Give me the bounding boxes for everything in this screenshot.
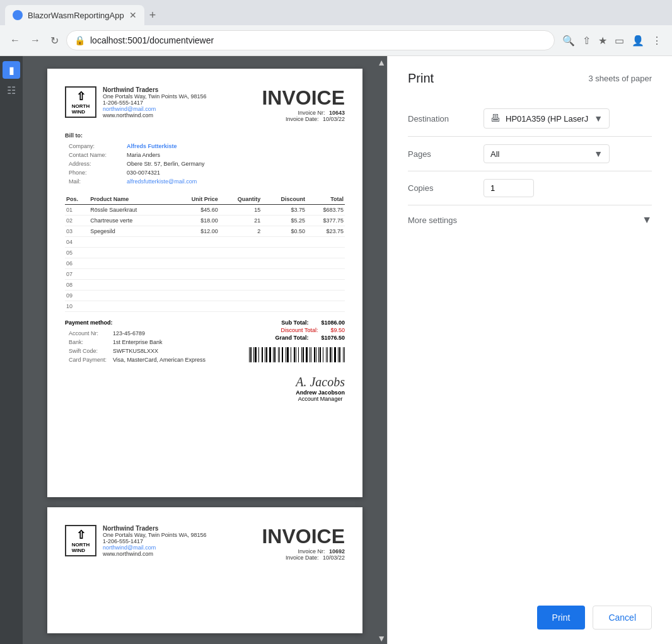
new-tab-button[interactable]: + bbox=[144, 6, 161, 25]
destination-select[interactable]: 🖶 HP01A359 (HP LaserJ ▼ bbox=[484, 108, 610, 129]
bill-to-label: Bill to: bbox=[65, 132, 345, 139]
tab-title: BlazorWasmReportingApp bbox=[28, 11, 124, 20]
invoice2-meta: Invoice Nr: 10692 Invoice Date: 10/03/22 bbox=[262, 548, 345, 561]
reload-button[interactable]: ↻ bbox=[48, 32, 61, 49]
tab-search-icon[interactable]: ▭ bbox=[612, 32, 627, 49]
share-icon[interactable]: ⇧ bbox=[580, 32, 593, 49]
company-info: Northwind Traders One Portals Way, Twin … bbox=[103, 86, 207, 118]
invoice-date-row: Invoice Date: 10/03/22 bbox=[262, 116, 345, 122]
company2-phone: 1-206-555-1417 bbox=[103, 538, 207, 544]
invoice-date-label: Invoice Date: bbox=[286, 116, 319, 122]
copies-input[interactable] bbox=[484, 179, 534, 197]
tab-favicon bbox=[13, 10, 23, 20]
logo2-arrow-icon: ⇧ bbox=[76, 528, 86, 542]
more-settings[interactable]: More settings ▼ bbox=[408, 205, 652, 234]
forward-button[interactable]: → bbox=[28, 32, 43, 49]
col-pos: Pos. bbox=[65, 194, 89, 205]
destination-control: 🖶 HP01A359 (HP LaserJ ▼ bbox=[484, 108, 652, 129]
company-email: northwind@mail.com bbox=[103, 106, 207, 112]
print-panel: Print 3 sheets of paper Destination 🖶 HP… bbox=[387, 56, 672, 644]
company-logo: ⇧ NORTHWIND bbox=[65, 86, 96, 118]
tab-bar: BlazorWasmReportingApp ✕ + bbox=[0, 0, 672, 25]
invoice2-nr-value: 10692 bbox=[329, 548, 345, 555]
sidebar-doc-icon[interactable]: ▮ bbox=[3, 61, 20, 79]
more-settings-label: More settings bbox=[408, 216, 457, 225]
back-button[interactable]: ← bbox=[8, 32, 23, 49]
destination-label: Destination bbox=[408, 114, 484, 124]
col-discount: Discount bbox=[262, 194, 306, 205]
sheets-info: 3 sheets of paper bbox=[589, 74, 652, 83]
sidebar-grid-icon[interactable]: ☷ bbox=[3, 81, 20, 99]
signer-name: Andrew Jacobson bbox=[296, 389, 345, 396]
pages-label: Pages bbox=[408, 149, 484, 159]
company-name: Northwind Traders bbox=[103, 86, 207, 93]
totals-box: Sub Total: $1086.00 Discount Total: $9.5… bbox=[249, 319, 345, 362]
destination-row: Destination 🖶 HP01A359 (HP LaserJ ▼ bbox=[408, 101, 652, 137]
logo-arrow-icon: ⇧ bbox=[76, 89, 86, 103]
search-icon[interactable]: 🔍 bbox=[560, 32, 577, 49]
table-row: 03Spegesild$12.002$0.50$23.75 bbox=[65, 226, 345, 237]
table-row: 01Rössle Sauerkraut$45.6015$3.75$683.75 bbox=[65, 205, 345, 216]
cancel-button[interactable]: Cancel bbox=[593, 606, 652, 630]
invoice2-nr-label: Invoice Nr: bbox=[298, 548, 325, 555]
col-product: Product Name bbox=[89, 194, 171, 205]
company-phone: 1-206-555-1417 bbox=[103, 100, 207, 106]
invoice-title: INVOICE bbox=[262, 86, 345, 110]
table-row: 10 bbox=[65, 301, 345, 312]
print-button[interactable]: Print bbox=[537, 606, 586, 630]
main-layout: ▮ ☷ ⇧ NORTHWIND Northwind Traders One Po… bbox=[0, 56, 672, 644]
invoice-items-table: Pos. Product Name Unit Price Quantity Di… bbox=[65, 194, 345, 312]
print-header: Print 3 sheets of paper bbox=[408, 71, 652, 86]
profile-icon[interactable]: 👤 bbox=[629, 32, 647, 49]
col-unit-price: Unit Price bbox=[171, 194, 219, 205]
address-bar: ← → ↻ 🔒 localhost:5001/documentviewer 🔍 … bbox=[0, 25, 672, 55]
print-title: Print bbox=[408, 71, 434, 86]
table-row: 08 bbox=[65, 280, 345, 290]
pages-control: All ▼ bbox=[484, 144, 652, 163]
table-row: 02Chartreuse verte$18.0021$5.25$377.75 bbox=[65, 216, 345, 226]
lock-icon: 🔒 bbox=[74, 35, 85, 45]
pages-select[interactable]: All ▼ bbox=[484, 144, 610, 163]
sig-block: A. Jacobs Andrew Jacobson Account Manage… bbox=[296, 375, 345, 402]
col-total: Total bbox=[306, 194, 345, 205]
invoice2-date-row: Invoice Date: 10/03/22 bbox=[262, 555, 345, 561]
table-row: 05 bbox=[65, 248, 345, 258]
menu-icon[interactable]: ⋮ bbox=[649, 32, 664, 49]
table-row: 09 bbox=[65, 290, 345, 301]
close-tab-icon[interactable]: ✕ bbox=[129, 10, 137, 20]
scroll-up-arrow[interactable]: ▲ bbox=[377, 57, 386, 67]
bookmark-icon[interactable]: ★ bbox=[596, 32, 610, 49]
totals-section: Payment method: Account Nr:123-45-6789 B… bbox=[65, 319, 345, 365]
printer-icon: 🖶 bbox=[490, 113, 501, 124]
invoice2-date-value: 10/03/22 bbox=[323, 555, 345, 561]
signature-area: A. Jacobs Andrew Jacobson Account Manage… bbox=[65, 375, 345, 402]
invoice-page-2: ⇧ NORTHWIND Northwind Traders One Portal… bbox=[47, 507, 362, 633]
url-bar[interactable]: 🔒 localhost:5001/documentviewer bbox=[66, 30, 555, 50]
document-panel: ⇧ NORTHWIND Northwind Traders One Portal… bbox=[23, 56, 387, 644]
address-actions: 🔍 ⇧ ★ ▭ 👤 ⋮ bbox=[560, 32, 664, 49]
payment-table: Account Nr:123-45-6789 Bank:1st Enterpri… bbox=[65, 328, 209, 365]
bill-to-section: Bill to: Company:Alfreds Futterkiste Con… bbox=[65, 132, 345, 187]
company2-address: One Portals Way, Twin Points WA, 98156 bbox=[103, 532, 207, 538]
chevron-down-icon: ▼ bbox=[594, 113, 603, 124]
company2-email: northwind@mail.com bbox=[103, 544, 207, 551]
print-actions: Print Cancel bbox=[408, 606, 652, 630]
invoice-date-value: 10/03/22 bbox=[323, 116, 345, 122]
table-row: 06 bbox=[65, 258, 345, 269]
copies-control bbox=[484, 179, 652, 197]
invoice2-nr-row: Invoice Nr: 10692 bbox=[262, 548, 345, 555]
browser-tab[interactable]: BlazorWasmReportingApp ✕ bbox=[5, 5, 144, 25]
payment-method-label: Payment method: bbox=[65, 319, 209, 326]
copies-label: Copies bbox=[408, 183, 484, 193]
browser-chrome: BlazorWasmReportingApp ✕ + ← → ↻ 🔒 local… bbox=[0, 0, 672, 56]
invoice-page-1: ⇧ NORTHWIND Northwind Traders One Portal… bbox=[47, 69, 362, 497]
invoice-meta: Invoice Nr: 10643 Invoice Date: 10/03/22 bbox=[262, 110, 345, 122]
table-row: 04 bbox=[65, 237, 345, 248]
invoice2-header: ⇧ NORTHWIND Northwind Traders One Portal… bbox=[65, 525, 345, 561]
more-settings-chevron-icon: ▼ bbox=[642, 214, 652, 226]
scroll-down-arrow[interactable]: ▼ bbox=[377, 633, 386, 643]
barcode bbox=[249, 347, 345, 362]
company-info-2: Northwind Traders One Portals Way, Twin … bbox=[103, 525, 207, 557]
document-scroll[interactable]: ⇧ NORTHWIND Northwind Traders One Portal… bbox=[23, 56, 387, 644]
spacer bbox=[408, 234, 652, 606]
